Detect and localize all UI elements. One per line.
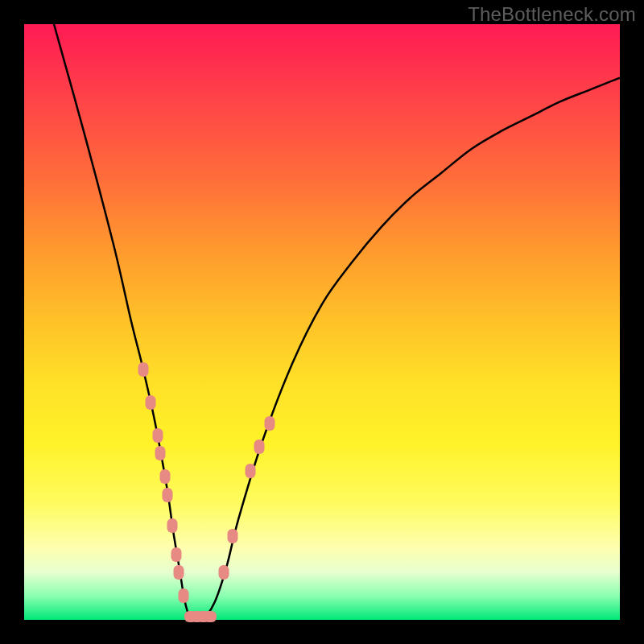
plot-area — [24, 24, 620, 620]
data-marker — [218, 565, 229, 580]
data-marker — [167, 518, 177, 533]
curve-svg — [24, 24, 620, 620]
data-marker — [204, 611, 217, 622]
data-marker — [159, 469, 170, 484]
watermark-text: TheBottleneck.com — [468, 3, 636, 26]
chart-frame: TheBottleneck.com — [0, 0, 644, 644]
data-marker — [174, 565, 184, 580]
data-marker — [246, 464, 256, 478]
data-marker — [152, 428, 163, 443]
data-marker — [155, 446, 165, 460]
data-marker — [254, 440, 265, 454]
data-marker — [264, 416, 275, 431]
data-marker — [171, 547, 181, 562]
data-marker — [138, 362, 149, 377]
bottleneck-curve — [54, 24, 620, 620]
data-marker — [228, 529, 238, 543]
data-marker — [162, 488, 172, 502]
data-marker — [179, 588, 189, 603]
data-marker — [145, 395, 155, 410]
